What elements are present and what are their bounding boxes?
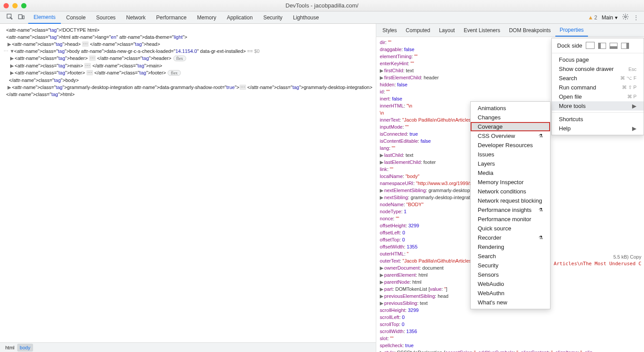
prop-scrollWidth[interactable]: scrollWidth: 1356 xyxy=(380,328,640,335)
sidebar-tab-layout[interactable]: Layout xyxy=(434,25,459,36)
settings-icon[interactable] xyxy=(622,13,629,22)
submenu-sensors[interactable]: Sensors xyxy=(471,270,550,279)
menu-more-tools[interactable]: More tools▶ xyxy=(552,101,644,111)
inspect-icon[interactable] xyxy=(6,13,13,22)
main-menu[interactable]: Dock side Focus pageShow console drawerE… xyxy=(551,38,644,135)
submenu-security[interactable]: Security xyxy=(471,261,550,270)
warnings-badge[interactable]: ▲2 xyxy=(588,14,597,21)
prop-spellcheck[interactable]: spellcheck: true xyxy=(380,342,640,349)
menu-search[interactable]: Search⌘ ⌥ F xyxy=(552,74,644,83)
breadcrumb: htmlbody xyxy=(0,342,376,352)
tab-console[interactable]: Console xyxy=(61,12,91,23)
submenu-issues[interactable]: Issues xyxy=(471,150,550,159)
submenu-performance-insights[interactable]: Performance insights⚗ xyxy=(471,205,550,215)
window-title: DevTools - jacobpadilla.com/ xyxy=(0,2,644,9)
sidebar-tab-computed[interactable]: Computed xyxy=(401,25,434,36)
device-toolbar-icon[interactable] xyxy=(18,13,25,22)
submenu-media[interactable]: Media xyxy=(471,168,550,178)
submenu-webaudio[interactable]: WebAudio xyxy=(471,279,550,289)
elements-pane: <attr-name">class="tag">!DOCTYPE html> <… xyxy=(0,24,376,352)
dock-undock-icon[interactable] xyxy=(587,43,595,49)
svg-point-3 xyxy=(625,16,626,18)
tab-sources[interactable]: Sources xyxy=(91,12,121,23)
prop-scrollLeft[interactable]: scrollLeft: 0 xyxy=(380,314,640,321)
submenu-animations[interactable]: Animations xyxy=(471,104,550,113)
submenu-network-conditions[interactable]: Network conditions xyxy=(471,187,550,196)
submenu-rendering[interactable]: Rendering xyxy=(471,242,550,252)
prop-scrollTop[interactable]: scrollTop: 0 xyxy=(380,321,640,328)
crumb-html[interactable]: html xyxy=(3,344,17,352)
sidebar-tab-properties[interactable]: Properties xyxy=(555,24,588,37)
titlebar: DevTools - jacobpadilla.com/ xyxy=(0,0,644,11)
menu-focus-page[interactable]: Focus page xyxy=(552,55,644,64)
sidebar-tab-styles[interactable]: Styles xyxy=(378,25,401,36)
sidebar-pane: StylesComputedLayoutEvent ListenersDOM B… xyxy=(376,24,644,352)
main-tabs: ElementsConsoleSourcesNetworkPerformance… xyxy=(28,11,324,24)
submenu-changes[interactable]: Changes xyxy=(471,113,550,122)
tab-lighthouse[interactable]: Lighthouse xyxy=(288,12,324,23)
svg-rect-2 xyxy=(22,16,24,19)
tab-application[interactable]: Application xyxy=(221,12,258,23)
prop-slot[interactable]: slot: "" xyxy=(380,335,640,342)
copy-hint: 5.5 kB) Copy xyxy=(613,254,641,259)
crumb-body[interactable]: body xyxy=(17,344,33,352)
submenu-developer-resources[interactable]: Developer Resources xyxy=(471,141,550,150)
more-menu-icon[interactable]: ⋮ xyxy=(633,15,639,21)
tab-security[interactable]: Security xyxy=(258,12,288,23)
svg-rect-1 xyxy=(19,15,22,19)
submenu-recorder[interactable]: Recorder⚗ xyxy=(471,233,550,242)
submenu-webauthn[interactable]: WebAuthn xyxy=(471,289,550,298)
submenu-coverage[interactable]: Coverage xyxy=(471,122,550,131)
dock-label: Dock side xyxy=(557,42,582,49)
tab-elements[interactable]: Elements xyxy=(28,11,61,24)
main-toolbar: ElementsConsoleSourcesNetworkPerformance… xyxy=(0,11,644,24)
submenu-performance-monitor[interactable]: Performance monitor xyxy=(471,215,550,224)
menu-open-file[interactable]: Open file⌘ P xyxy=(552,92,644,101)
submenu-css-overview[interactable]: CSS Overview⚗ xyxy=(471,131,550,141)
menu-show-console-drawer[interactable]: Show console drawerEsc xyxy=(552,64,644,74)
submenu-quick-source[interactable]: Quick source xyxy=(471,224,550,233)
submenu-network-request-blocking[interactable]: Network request blocking xyxy=(471,196,550,205)
dock-left-icon[interactable] xyxy=(598,43,606,49)
menu-help[interactable]: Help▶ xyxy=(552,124,644,133)
prop-style[interactable]: ▶style: CSSStyleDeclaration {accentColor… xyxy=(380,349,640,352)
menu-shortcuts[interactable]: Shortcuts xyxy=(552,115,644,124)
more-tools-submenu[interactable]: AnimationsChangesCoverageCSS Overview⚗De… xyxy=(470,101,550,309)
tab-network[interactable]: Network xyxy=(121,12,151,23)
sidebar-tab-dom-breakpoints[interactable]: DOM Breakpoints xyxy=(505,25,555,36)
submenu-memory-inspector[interactable]: Memory Inspector xyxy=(471,178,550,187)
submenu-what's-new[interactable]: What's new xyxy=(471,298,550,307)
dock-bottom-icon[interactable] xyxy=(610,43,618,49)
dom-tree[interactable]: <attr-name">class="tag">!DOCTYPE html> <… xyxy=(0,24,376,342)
dock-right-icon[interactable] xyxy=(621,43,629,49)
innertext-overflow: t Articles\nThe Most Underused C xyxy=(548,261,641,267)
menu-run-command[interactable]: Run command⌘ ⇧ P xyxy=(552,83,644,92)
submenu-layers[interactable]: Layers xyxy=(471,159,550,168)
tab-memory[interactable]: Memory xyxy=(192,12,221,23)
target-select[interactable]: Main▾ xyxy=(602,15,618,21)
sidebar-tab-event-listeners[interactable]: Event Listeners xyxy=(459,25,505,36)
tab-performance[interactable]: Performance xyxy=(151,12,192,23)
sidebar-tabs: StylesComputedLayoutEvent ListenersDOM B… xyxy=(376,24,644,37)
submenu-search[interactable]: Search xyxy=(471,252,550,261)
